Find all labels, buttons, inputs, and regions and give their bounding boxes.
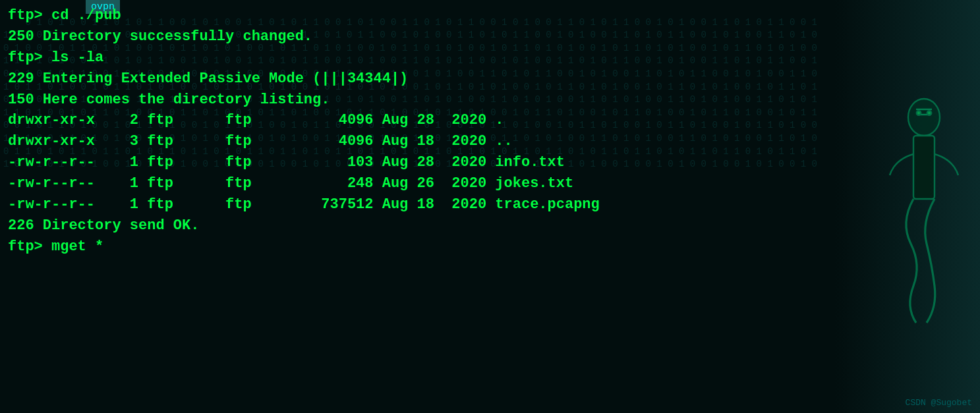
terminal-line-5: 150 Here comes the directory listing. xyxy=(8,90,972,111)
terminal-line-9: -rw-r--r-- 1 ftp ftp 248 Aug 26 2020 jok… xyxy=(8,173,972,194)
terminal-line-7: drwxr-xr-x 3 ftp ftp 4096 Aug 18 2020 .. xyxy=(8,131,972,152)
terminal-content: ftp> cd ./pub 250 Directory successfully… xyxy=(0,0,980,413)
watermark: CSDN @Sugobet xyxy=(906,398,972,408)
terminal-line-6: drwxr-xr-x 2 ftp ftp 4096 Aug 28 2020 . xyxy=(8,110,972,131)
terminal-line-4: 229 Entering Extended Passive Mode (|||3… xyxy=(8,69,972,90)
terminal-line-8: -rw-r--r-- 1 ftp ftp 103 Aug 28 2020 inf… xyxy=(8,152,972,173)
terminal-line-3: ftp> ls -la xyxy=(8,47,972,69)
terminal-line-1: ftp> cd ./pub xyxy=(8,5,972,26)
terminal-line-11: 226 Directory send OK. xyxy=(8,215,972,236)
terminal-line-10: -rw-r--r-- 1 ftp ftp 737512 Aug 18 2020 … xyxy=(8,194,972,215)
terminal-line-12: ftp> mget * xyxy=(8,236,972,258)
terminal-background: 0 1 0 1 0 0 1 1 0 1 0 1 1 0 0 1 0 1 0 0 … xyxy=(0,0,980,413)
terminal-line-2: 250 Directory successfully changed. xyxy=(8,26,972,47)
